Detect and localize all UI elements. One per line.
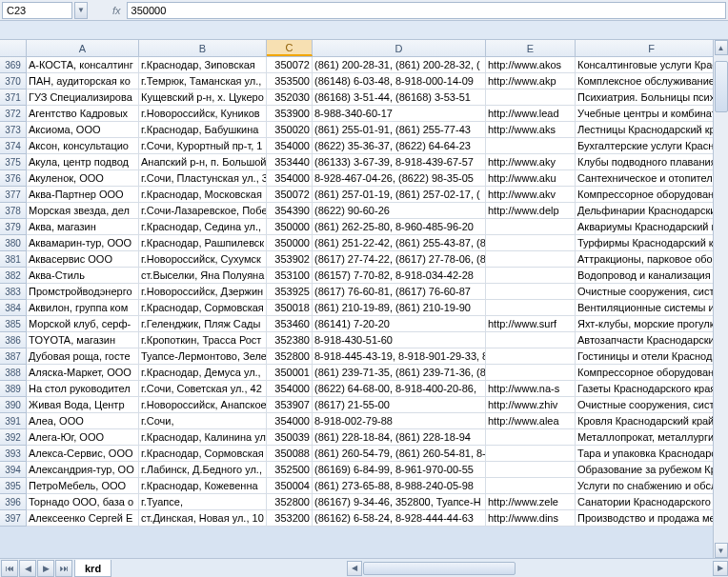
cell-E[interactable] [486, 251, 576, 268]
cell-F[interactable]: Яхт-клубы, морские прогулки, с [576, 316, 728, 332]
cell-F[interactable]: Очистные сооружения, системы [576, 397, 728, 413]
cell-D[interactable]: 8-988-340-60-17 [313, 106, 486, 122]
cell-F[interactable]: Дельфинарии Краснодарский к [576, 203, 728, 219]
row-header[interactable]: 388 [0, 365, 27, 381]
cell-E[interactable] [486, 332, 576, 348]
cell-D[interactable]: 8-928-467-04-26, (8622) 98-35-05 [313, 170, 486, 187]
cell-E[interactable] [486, 268, 576, 284]
cell-C[interactable]: 353500 [267, 73, 313, 90]
cell-D[interactable]: (861) 262-25-80, 8-960-485-96-20 [313, 219, 486, 235]
row-header[interactable]: 379 [0, 219, 27, 235]
vscroll-thumb[interactable] [715, 61, 728, 112]
col-head-B[interactable]: B [139, 40, 267, 56]
cell-E[interactable] [486, 219, 576, 235]
cell-D[interactable]: 8-918-002-79-88 [313, 413, 486, 429]
cell-B[interactable]: г.Краснодар, Кожевенна [139, 478, 267, 494]
cell-C[interactable]: 350000 [267, 235, 313, 251]
cell-E[interactable] [486, 478, 576, 494]
cell-F[interactable]: Автозапчасти Краснодарский к [576, 332, 728, 348]
cell-E[interactable]: http://www.lead [486, 106, 576, 122]
cell-F[interactable]: Газеты Краснодарского края: [576, 381, 728, 397]
row-header[interactable]: 390 [0, 397, 27, 413]
cell-C[interactable]: 352380 [267, 332, 313, 348]
cell-B[interactable]: Кущевский р-н, х. Цукеро [139, 90, 267, 106]
cell-D[interactable]: (8617) 76-60-81, (8617) 76-60-87 [313, 284, 486, 300]
cell-F[interactable]: Услуги по снабжению и обслуж [576, 478, 728, 494]
cell-D[interactable]: (86168) 3-51-44, (86168) 3-53-51 [313, 90, 486, 106]
cell-B[interactable]: г.Краснодар, Демуса ул., [139, 365, 267, 381]
tab-nav-first[interactable]: ⏮ [1, 560, 18, 577]
cell-C[interactable]: 350072 [267, 57, 313, 73]
cell-A[interactable]: Аквилон, группа ком [27, 300, 139, 316]
row-header[interactable]: 380 [0, 235, 27, 251]
cell-A[interactable]: Алекса-Сервис, ООО [27, 446, 139, 462]
row-header[interactable]: 396 [0, 494, 27, 510]
cell-E[interactable] [486, 235, 576, 251]
cell-A[interactable]: А-КОСТА, консалтинг [27, 57, 139, 73]
cell-F[interactable]: Компрессорное оборудование [576, 365, 728, 381]
sheet-tab-active[interactable]: krd [74, 560, 111, 577]
cell-D[interactable]: (861) 273-65-88, 8-988-240-05-98 [313, 478, 486, 494]
cell-C[interactable]: 353200 [267, 510, 313, 527]
row-header[interactable]: 373 [0, 122, 27, 138]
cell-E[interactable]: http://www.na-s [486, 381, 576, 397]
row-header[interactable]: 397 [0, 510, 27, 527]
scroll-left-button[interactable]: ◀ [347, 561, 362, 576]
cell-F[interactable]: Комплексное обслуживание пр [576, 73, 728, 90]
cell-E[interactable] [486, 462, 576, 478]
cell-F[interactable]: Производство и продажа мебе [576, 510, 728, 527]
cell-A[interactable]: Живая Вода, Центр [27, 397, 139, 413]
fx-label[interactable]: fx [112, 5, 121, 16]
scroll-up-button[interactable]: ▲ [715, 40, 728, 55]
cell-E[interactable] [486, 446, 576, 462]
cell-D[interactable]: (861) 251-22-42, (861) 255-43-87, (861) … [313, 235, 486, 251]
cell-D[interactable]: (8617) 27-74-22, (8617) 27-78-06, (8617)… [313, 251, 486, 268]
row-header[interactable]: 374 [0, 138, 27, 154]
cell-F[interactable]: Вентиляционные системы и об [576, 300, 728, 316]
cell-D[interactable]: (8617) 21-55-00 [313, 397, 486, 413]
formula-input[interactable]: 350000 [127, 2, 726, 19]
tab-nav-prev[interactable]: ◀ [19, 560, 36, 577]
vscroll-track[interactable] [715, 55, 728, 543]
row-header[interactable]: 377 [0, 187, 27, 203]
col-head-E[interactable]: E [486, 40, 576, 56]
cell-B[interactable]: г.Краснодар, Сормовская [139, 300, 267, 316]
cell-C[interactable]: 350004 [267, 478, 313, 494]
cell-E[interactable]: http://www.akos [486, 57, 576, 73]
cell-B[interactable]: г.Темрюк, Таманская ул., [139, 73, 267, 90]
cell-F[interactable]: Бухгалтерские услуги Краснода [576, 138, 728, 154]
cell-E[interactable]: http://www.dins [486, 510, 576, 527]
cell-F[interactable]: Аттракционы, парковое обору, [576, 251, 728, 268]
row-header[interactable]: 394 [0, 462, 27, 478]
scroll-down-button[interactable]: ▼ [715, 543, 728, 558]
row-header[interactable]: 370 [0, 73, 27, 90]
cell-F[interactable]: Клубы подводного плавания. Д [576, 154, 728, 170]
cell-D[interactable]: (861) 239-71-35, (861) 239-71-36, (861) … [313, 365, 486, 381]
cell-F[interactable]: Компрессорное оборудование [576, 187, 728, 203]
cell-A[interactable]: Аква, магазин [27, 219, 139, 235]
cell-C[interactable]: 353440 [267, 154, 313, 170]
cell-C[interactable]: 350001 [267, 365, 313, 381]
cell-A[interactable]: Промстройводэнерго [27, 284, 139, 300]
cell-C[interactable]: 350000 [267, 219, 313, 235]
tab-nav-next[interactable]: ▶ [37, 560, 54, 577]
cell-C[interactable]: 354000 [267, 170, 313, 187]
cell-B[interactable]: г.Краснодар, Зиповская [139, 57, 267, 73]
cell-F[interactable]: Турфирмы Краснодарский край [576, 235, 728, 251]
cell-D[interactable]: (86141) 7-20-20 [313, 316, 486, 332]
cell-A[interactable]: Аква-Партнер ООО [27, 187, 139, 203]
cell-C[interactable]: 353100 [267, 268, 313, 284]
cell-D[interactable]: (861) 260-54-79, (861) 260-54-81, 8-918-… [313, 446, 486, 462]
cell-E[interactable] [486, 429, 576, 446]
cell-F[interactable]: Образование за рубежом Крас [576, 462, 728, 478]
cell-F[interactable]: Кровля Краснодарский край: к [576, 413, 728, 429]
cell-A[interactable]: ПетроМебель, ООО [27, 478, 139, 494]
cell-B[interactable]: г.Сочи-Лазаревское, Побе [139, 203, 267, 219]
row-header[interactable]: 381 [0, 251, 27, 268]
cell-E[interactable]: http://www.delp [486, 203, 576, 219]
cell-F[interactable]: Водопровод и канализация Кр [576, 268, 728, 284]
cell-A[interactable]: Аква-Стиль [27, 268, 139, 284]
row-header[interactable]: 392 [0, 429, 27, 446]
cell-E[interactable]: http://www.surf [486, 316, 576, 332]
cell-A[interactable]: Морская звезда, дел [27, 203, 139, 219]
